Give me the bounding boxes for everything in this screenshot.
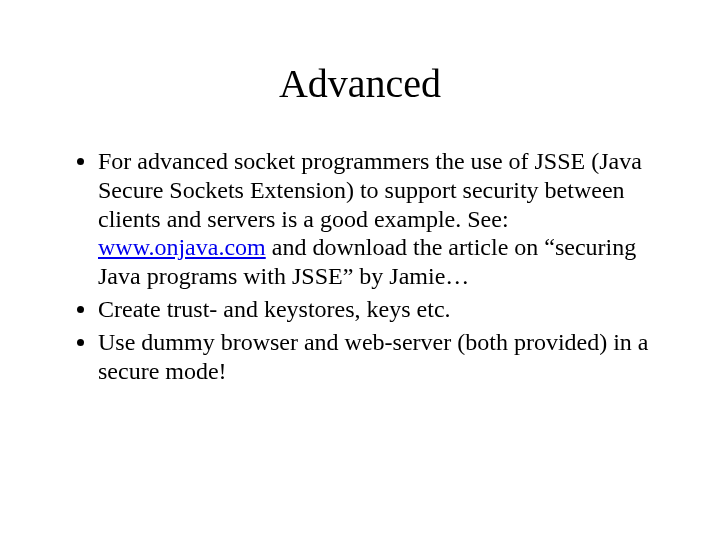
slide-title: Advanced [70, 60, 650, 107]
bullet-text: Create trust- and keystores, keys etc. [98, 296, 451, 322]
list-item: Create trust- and keystores, keys etc. [98, 295, 650, 324]
list-item: For advanced socket programmers the use … [98, 147, 650, 291]
slide: Advanced For advanced socket programmers… [0, 0, 720, 540]
link-onjava[interactable]: www.onjava.com [98, 234, 266, 260]
list-item: Use dummy browser and web-server (both p… [98, 328, 650, 386]
bullet-text: Use dummy browser and web-server (both p… [98, 329, 649, 384]
bullet-list: For advanced socket programmers the use … [70, 147, 650, 385]
bullet-text-pre: For advanced socket programmers the use … [98, 148, 642, 232]
